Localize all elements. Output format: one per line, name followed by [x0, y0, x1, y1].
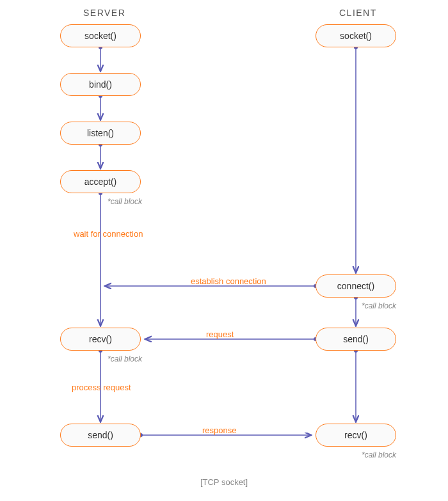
- node-label: listen(): [87, 128, 114, 138]
- node-label: send(): [343, 334, 369, 344]
- annotation-connect-block: call block: [362, 301, 396, 310]
- annotation-client-recv-block: call block: [362, 450, 396, 459]
- node-client-connect: connect(): [316, 274, 396, 298]
- node-label: send(): [88, 430, 113, 440]
- node-server-send: send(): [60, 424, 141, 447]
- node-server-socket: socket(): [60, 24, 141, 47]
- node-client-socket: socket(): [316, 24, 396, 47]
- label-wait-for-connection: wait for connection: [74, 229, 143, 239]
- label-establish-connection: establish connection: [191, 276, 266, 286]
- client-column-title: CLIENT: [339, 8, 377, 18]
- label-response: response: [202, 425, 236, 435]
- node-label: bind(): [89, 79, 112, 90]
- annotation-accept-block: call block: [108, 197, 142, 206]
- label-process-request: process request: [72, 383, 131, 392]
- node-client-send: send(): [316, 328, 396, 351]
- node-label: accept(): [84, 177, 117, 187]
- node-label: socket(): [340, 31, 372, 41]
- node-server-recv: recv(): [60, 328, 141, 351]
- node-server-accept: accept(): [60, 170, 141, 193]
- annotation-recv-block: call block: [108, 354, 142, 363]
- node-client-recv: recv(): [316, 424, 396, 447]
- label-request: request: [206, 330, 234, 339]
- node-label: socket(): [84, 31, 116, 41]
- node-server-bind: bind(): [60, 73, 141, 96]
- diagram-canvas: SERVER CLIENT: [0, 0, 448, 501]
- server-column-title: SERVER: [83, 8, 125, 18]
- diagram-caption: [TCP socket]: [200, 477, 248, 487]
- node-label: recv(): [89, 334, 112, 344]
- node-label: recv(): [344, 430, 367, 440]
- node-label: connect(): [337, 281, 374, 291]
- node-server-listen: listen(): [60, 122, 141, 145]
